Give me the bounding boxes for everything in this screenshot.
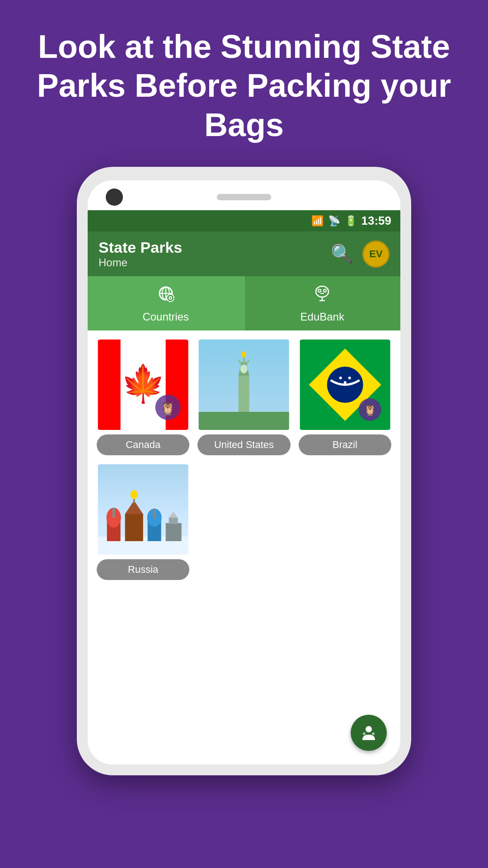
svg-point-29 — [242, 351, 246, 358]
phone-screen: 📶 📡 🔋 13:59 State Parks Home 🔍 EV — [88, 180, 400, 764]
tab-bar: Countries EduBank — [88, 276, 400, 330]
russia-label: Russia — [97, 559, 189, 580]
russia-image — [97, 464, 189, 555]
tab-countries[interactable]: Countries — [88, 276, 244, 330]
svg-rect-46 — [113, 508, 115, 518]
country-russia[interactable]: Russia — [97, 464, 189, 580]
svg-rect-53 — [153, 509, 156, 519]
svg-point-11 — [319, 290, 320, 292]
tab-edubank[interactable]: EduBank — [244, 276, 401, 330]
hero-section: Look at the Stunning State Parks Before … — [0, 0, 488, 167]
fab-button[interactable] — [351, 715, 387, 751]
phone-device: 📶 📡 🔋 13:59 State Parks Home 🔍 EV — [77, 167, 411, 775]
ev-badge[interactable]: EV — [362, 241, 389, 268]
svg-text:🦉: 🦉 — [363, 403, 376, 416]
svg-point-12 — [324, 290, 326, 292]
svg-rect-25 — [239, 376, 249, 412]
svg-point-59 — [372, 732, 375, 735]
countries-tab-label: Countries — [142, 311, 189, 323]
country-canada[interactable]: 🍁 🦉 🦉 Canada — [97, 340, 189, 455]
country-us[interactable]: United States — [197, 340, 290, 455]
svg-point-8 — [316, 286, 328, 297]
content-area: 🍁 🦉 🦉 Canada — [88, 330, 400, 737]
status-time: 13:59 — [361, 214, 392, 228]
status-bar: 📶 📡 🔋 13:59 — [88, 210, 400, 231]
svg-point-33 — [240, 364, 248, 373]
svg-rect-17 — [98, 340, 121, 430]
edubank-tab-icon — [312, 283, 332, 308]
svg-rect-54 — [166, 523, 182, 541]
battery-icon: 🔋 — [345, 215, 357, 227]
svg-point-58 — [363, 732, 366, 735]
svg-rect-55 — [169, 518, 178, 524]
signal-icon: 📡 — [328, 215, 340, 227]
countries-tab-icon — [156, 283, 176, 308]
svg-point-39 — [343, 381, 346, 384]
svg-point-57 — [366, 726, 372, 732]
us-image — [197, 340, 290, 430]
svg-point-37 — [339, 377, 342, 379]
app-name: State Parks — [99, 239, 182, 256]
app-bar-actions: 🔍 EV — [331, 241, 389, 268]
speaker-icon — [217, 194, 271, 200]
app-title-block: State Parks Home — [99, 239, 182, 269]
country-grid-row1: 🍁 🦉 🦉 Canada — [97, 340, 391, 455]
canada-label: Canada — [97, 434, 189, 455]
phone-notch — [88, 180, 400, 210]
app-bar: State Parks Home 🔍 EV — [88, 231, 400, 276]
us-label: United States — [197, 434, 290, 455]
wifi-icon: 📶 — [311, 215, 324, 227]
brazil-label: Brazil — [299, 434, 391, 455]
country-brazil[interactable]: 🦉 Brazil — [299, 340, 391, 455]
canada-image: 🍁 🦉 🦉 — [97, 340, 189, 430]
svg-text:🦉: 🦉 — [160, 401, 176, 416]
app-subtitle: Home — [99, 256, 182, 269]
svg-rect-24 — [199, 412, 289, 430]
brazil-image: 🦉 — [299, 340, 391, 430]
country-grid-row2: Russia — [97, 464, 391, 580]
edubank-tab-label: EduBank — [300, 311, 344, 323]
camera-icon — [106, 189, 123, 206]
hero-title: Look at the Stunning State Parks Before … — [0, 0, 488, 167]
svg-point-50 — [131, 490, 138, 499]
search-button[interactable]: 🔍 — [331, 243, 353, 264]
svg-point-38 — [348, 377, 351, 379]
svg-rect-47 — [125, 514, 143, 541]
